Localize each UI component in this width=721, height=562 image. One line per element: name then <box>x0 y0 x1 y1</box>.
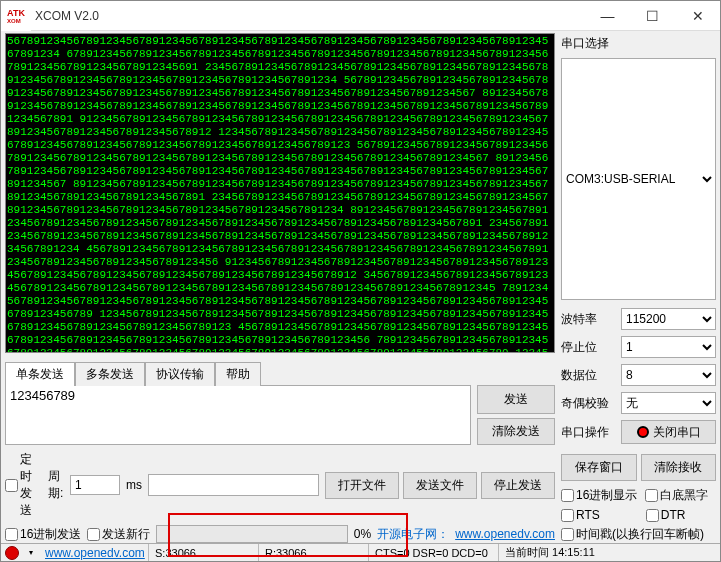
tab-bar: 单条发送 多条发送 协议传输 帮助 <box>5 361 555 385</box>
timestamp-checkbox[interactable]: 时间戳(以换行回车断帧) <box>561 526 716 543</box>
titlebar: ATKXOM XCOM V2.0 — ☐ ✕ <box>1 1 720 31</box>
tab-multi-send[interactable]: 多条发送 <box>75 362 145 386</box>
status-s: S:33066 <box>149 544 259 561</box>
progress-bar <box>156 525 347 543</box>
maximize-button[interactable]: ☐ <box>630 1 675 31</box>
stop-select[interactable]: 1 <box>621 336 716 358</box>
period-input[interactable] <box>70 475 120 495</box>
status-cts: CTS=0 DSR=0 DCD=0 <box>369 544 499 561</box>
status-dropdown[interactable]: ▾ <box>23 548 39 557</box>
stop-label: 停止位 <box>561 339 617 356</box>
port-op-label: 串口操作 <box>561 424 617 441</box>
send-newline-checkbox[interactable]: 发送新行 <box>87 526 150 543</box>
send-input[interactable] <box>5 385 471 445</box>
website-link[interactable]: www.openedv.com <box>455 527 555 541</box>
status-record-icon[interactable] <box>5 546 19 560</box>
clear-send-button[interactable]: 清除发送 <box>477 418 555 445</box>
minimize-button[interactable]: — <box>585 1 630 31</box>
close-port-button[interactable]: 关闭串口 <box>621 420 716 444</box>
tab-single-send[interactable]: 单条发送 <box>5 362 75 386</box>
app-icon: ATKXOM <box>1 1 31 31</box>
port-select-title: 串口选择 <box>561 35 716 52</box>
progress-percent: 0% <box>354 527 371 541</box>
save-window-button[interactable]: 保存窗口 <box>561 454 637 481</box>
parity-label: 奇偶校验 <box>561 395 617 412</box>
baud-label: 波特率 <box>561 311 617 328</box>
period-label: 周期: <box>48 468 64 502</box>
send-button[interactable]: 发送 <box>477 385 555 414</box>
tab-help[interactable]: 帮助 <box>215 362 261 386</box>
dtr-checkbox[interactable]: DTR <box>646 508 686 522</box>
ms-label: ms <box>126 478 142 492</box>
record-icon <box>637 426 649 438</box>
port-select[interactable]: COM3:USB-SERIAL <box>561 58 716 300</box>
white-bg-checkbox[interactable]: 白底黑字 <box>645 487 708 504</box>
window-title: XCOM V2.0 <box>31 9 585 23</box>
baud-select[interactable]: 115200 <box>621 308 716 330</box>
data-select[interactable]: 8 <box>621 364 716 386</box>
timed-send-checkbox[interactable]: 定时发送 <box>5 451 42 519</box>
status-bar: ▾ www.openedv.com S:33066 R:33066 CTS=0 … <box>1 543 720 561</box>
clear-recv-button[interactable]: 清除接收 <box>641 454 717 481</box>
status-url[interactable]: www.openedv.com <box>45 546 145 560</box>
status-r: R:33066 <box>259 544 369 561</box>
send-file-button[interactable]: 发送文件 <box>403 472 477 499</box>
tab-protocol[interactable]: 协议传输 <box>145 362 215 386</box>
close-button[interactable]: ✕ <box>675 1 720 31</box>
terminal-output[interactable]: 5678912345678912345678912345678912345678… <box>5 33 555 353</box>
data-label: 数据位 <box>561 367 617 384</box>
rts-checkbox[interactable]: RTS <box>561 508 600 522</box>
parity-select[interactable]: 无 <box>621 392 716 414</box>
hex-display-checkbox[interactable]: 16进制显示 <box>561 487 637 504</box>
hex-send-checkbox[interactable]: 16进制发送 <box>5 526 81 543</box>
open-file-button[interactable]: 打开文件 <box>325 472 399 499</box>
link-label: 开源电子网： <box>377 526 449 543</box>
stop-send-button[interactable]: 停止发送 <box>481 472 555 499</box>
status-time: 当前时间 14:15:11 <box>499 544 720 561</box>
file-path-input[interactable] <box>148 474 319 496</box>
